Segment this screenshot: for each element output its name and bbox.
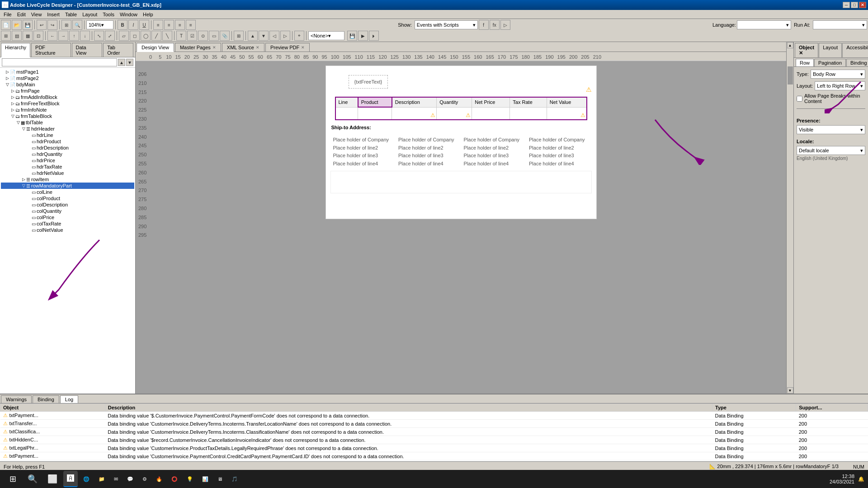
- tb2-btn20[interactable]: 📎: [220, 31, 230, 41]
- tree-node-hdrTaxRate[interactable]: ▭ hdrTaxRate: [1, 164, 134, 170]
- tree-node-colProduct[interactable]: ▭ colProduct: [1, 195, 134, 202]
- subtab-pagination[interactable]: Pagination: [814, 59, 846, 66]
- menu-help[interactable]: Help: [140, 11, 156, 18]
- type-dropdown[interactable]: Body Row ▾: [811, 70, 865, 79]
- menu-window[interactable]: Window: [117, 11, 140, 18]
- tab-design-view[interactable]: Design View: [137, 43, 174, 52]
- expand-rowMandatoryPart[interactable]: ▽: [21, 183, 26, 188]
- tree-node-bdyMain[interactable]: ▽ 📄 bdyMain: [1, 81, 134, 88]
- right-tab-object[interactable]: Object ✕: [795, 43, 818, 57]
- menu-layout[interactable]: Layout: [80, 11, 100, 18]
- app-explorer[interactable]: 📁: [95, 471, 108, 487]
- zoom-in-button[interactable]: 🔍: [72, 20, 82, 30]
- tree-node-colQuantity[interactable]: ▭ colQuantity: [1, 208, 134, 214]
- tree-node-frmTableBlock[interactable]: ▽ 🗂 frmTableBlock: [1, 113, 134, 119]
- tree-node-frmPage[interactable]: ▷ 🗂 frmPage: [1, 88, 134, 94]
- tab-xml-source[interactable]: XML Source ✕: [222, 43, 264, 52]
- tree-node-hdrPrice[interactable]: ▭ hdrPrice: [1, 157, 134, 164]
- tb2-btn8[interactable]: ↓: [80, 31, 90, 41]
- expand-rowItem[interactable]: ▷: [21, 177, 26, 182]
- tb2-btn10[interactable]: ⤢: [105, 31, 115, 41]
- redo-button[interactable]: ↪: [47, 20, 57, 30]
- scroll-up[interactable]: ▲: [787, 42, 793, 48]
- expand-frmTableBlock[interactable]: ▽: [10, 114, 15, 118]
- tab-tab-order[interactable]: Tab Order: [103, 43, 133, 57]
- menu-insert[interactable]: Insert: [44, 11, 62, 18]
- expand-mstPage2[interactable]: ▷: [5, 76, 10, 80]
- close-button[interactable]: ✕: [859, 2, 866, 8]
- bottom-tab-warnings[interactable]: Warnings: [1, 395, 32, 403]
- tb2-btn18[interactable]: ⊙: [198, 31, 208, 41]
- tb2-btn7[interactable]: ↑: [69, 31, 79, 41]
- search-button[interactable]: 🔍: [24, 471, 42, 487]
- task-view-button[interactable]: ⬜: [43, 471, 61, 487]
- tree-node-colDescription[interactable]: ▭ colDescription: [1, 202, 134, 208]
- tab-master-pages-close[interactable]: ✕: [212, 45, 216, 50]
- menu-edit[interactable]: Edit: [14, 11, 28, 18]
- th-product[interactable]: Product: [358, 97, 392, 107]
- menu-file[interactable]: File: [1, 11, 14, 18]
- tree-node-hdrLine[interactable]: ▭ hdrLine: [1, 132, 134, 138]
- expand-bdyMain[interactable]: ▽: [5, 82, 10, 87]
- align-center-button[interactable]: ≡: [164, 20, 174, 30]
- tree-node-rowItem[interactable]: ▷ ☰ rowItem: [1, 176, 134, 183]
- vertical-scrollbar[interactable]: ▲ ▼: [786, 42, 793, 394]
- tb2-btn23[interactable]: ▼: [259, 31, 269, 41]
- expand-frmPage[interactable]: ▷: [10, 89, 15, 93]
- zoom-dropdown-icon[interactable]: ▾: [101, 22, 104, 28]
- bottom-tab-log[interactable]: Log: [60, 395, 78, 403]
- layout-dropdown[interactable]: Left to Right Row ▾: [815, 81, 865, 90]
- tree-node-colTaxRate[interactable]: ▭ colTaxRate: [1, 221, 134, 227]
- maximize-button[interactable]: □: [851, 2, 858, 8]
- app-teams[interactable]: 💬: [123, 471, 137, 487]
- allow-page-breaks-checkbox[interactable]: [797, 96, 802, 102]
- expand-mstPage1[interactable]: ▷: [5, 70, 10, 74]
- script-btn2[interactable]: fx: [490, 20, 500, 30]
- tab-data-view[interactable]: Data View: [72, 43, 103, 57]
- subtab-row[interactable]: Row: [796, 59, 814, 66]
- app-outlook[interactable]: ✉: [110, 471, 122, 487]
- app-misc1[interactable]: 💡: [183, 471, 197, 487]
- tree-node-rowMandatoryPart[interactable]: ▽ ☰ rowMandatoryPart: [1, 183, 134, 189]
- tree-node-tblTable[interactable]: ▽ ▦ tblTable: [1, 119, 134, 126]
- app-browser[interactable]: 🔥: [152, 471, 166, 487]
- scroll-thumb[interactable]: [788, 66, 793, 84]
- tree-node-hdrProduct[interactable]: ▭ hdrProduct: [1, 138, 134, 145]
- tab-master-pages[interactable]: Master Pages ✕: [175, 43, 221, 52]
- tree-node-hdrQuantity[interactable]: ▭ hdrQuantity: [1, 151, 134, 157]
- app-adobe[interactable]: 🅰: [63, 471, 78, 487]
- scroll-down[interactable]: ▼: [787, 387, 793, 394]
- minimize-button[interactable]: ─: [843, 2, 850, 8]
- free-text-cell[interactable]: {txtFreeText}: [349, 75, 388, 89]
- tb2-btn13[interactable]: ◯: [141, 31, 151, 41]
- tab-pdf-structure[interactable]: PDF Structure: [31, 43, 71, 57]
- tree-node-mstPage1[interactable]: ▷ 📄 mstPage1: [1, 69, 134, 75]
- tb2-btn15[interactable]: ╲: [162, 31, 172, 41]
- tree-node-frmInfoNote[interactable]: ▷ 🗂 frmInfoNote: [1, 107, 134, 113]
- right-tab-layout[interactable]: Layout: [819, 43, 842, 57]
- tb2-btn12[interactable]: ◻: [130, 31, 140, 41]
- expand-frmInfoNote[interactable]: ▷: [10, 108, 15, 112]
- design-canvas[interactable]: 2062102152202252302352402452502552602652…: [136, 61, 786, 394]
- right-tab-accessibility[interactable]: Accessibility: [842, 43, 868, 57]
- align-left-button[interactable]: ≡: [153, 20, 163, 30]
- tree-node-hdrDescription[interactable]: ▭ hdrDescription: [1, 145, 134, 151]
- app-chrome[interactable]: ⭕: [168, 471, 181, 487]
- tree-node-colPrice[interactable]: ▭ colPrice: [1, 214, 134, 221]
- search-down[interactable]: ▼: [126, 59, 133, 66]
- menu-tools[interactable]: Tools: [100, 11, 117, 18]
- new-button[interactable]: 📄: [1, 20, 11, 30]
- italic-button[interactable]: I: [128, 20, 138, 30]
- tb2-btn21[interactable]: ⊞: [234, 31, 244, 41]
- expand-frmAddInfoBlock[interactable]: ▷: [10, 95, 15, 99]
- open-button[interactable]: 📂: [12, 20, 22, 30]
- expand-tblTable[interactable]: ▽: [15, 120, 21, 125]
- notification-icon[interactable]: 🔔: [858, 476, 864, 482]
- align-right-button[interactable]: ≡: [175, 20, 185, 30]
- tb2-btn17[interactable]: ☑: [187, 31, 197, 41]
- app-misc3[interactable]: 🖥: [214, 471, 226, 487]
- tab-xml-source-close[interactable]: ✕: [256, 45, 259, 50]
- show-dropdown[interactable]: Events with Scripts ▾: [415, 20, 478, 29]
- tb2-play[interactable]: ⏵: [369, 31, 379, 41]
- app-misc2[interactable]: 📊: [198, 471, 212, 487]
